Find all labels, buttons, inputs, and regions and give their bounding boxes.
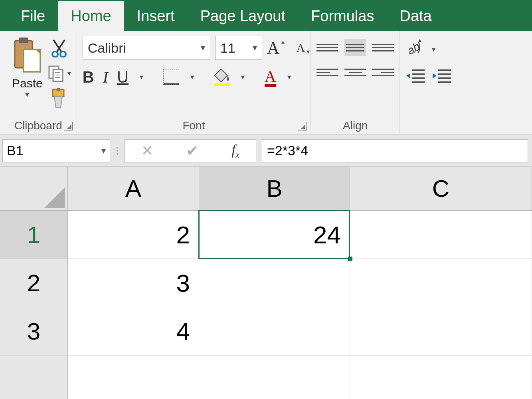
decrease-indent-icon[interactable] [405,68,425,85]
select-all-corner[interactable] [0,167,68,210]
borders-dropdown-icon[interactable]: ▾ [190,73,194,81]
font-color-icon[interactable]: A [265,67,276,87]
align-center-icon[interactable] [344,64,366,81]
cell-B2[interactable] [199,259,350,307]
font-size-dropdown-icon[interactable]: ▾ [253,43,257,53]
cell-C3[interactable] [350,307,532,355]
insert-function-icon[interactable]: fx [231,141,239,160]
fill-handle[interactable] [348,257,352,261]
fill-color-icon[interactable] [214,68,230,86]
row-header-2[interactable]: 2 [0,259,68,307]
column-header-B[interactable]: B [199,167,350,210]
align-right-icon[interactable] [372,64,394,81]
cell-A1[interactable]: 2 [68,211,199,259]
column-header-C[interactable]: C [350,167,532,210]
font-size-combo[interactable]: 11 ▾ [215,36,262,60]
name-box[interactable]: B1 ▾ [2,139,110,162]
ribbon: Paste ▾ ▾ [0,31,532,135]
name-box-value: B1 [7,143,24,158]
font-name-value: Calibri [88,40,126,56]
align-top-icon[interactable] [316,39,338,56]
cell-C2[interactable] [350,259,532,307]
tab-home[interactable]: Home [58,1,124,31]
ribbon-tabs: File Home Insert Page Layout Formulas Da… [0,0,532,31]
svg-rect-1 [19,38,28,43]
enter-formula-icon[interactable]: ✔ [186,142,199,160]
orientation-icon[interactable]: ab [405,39,423,60]
fill-color-dropdown-icon[interactable]: ▾ [241,73,245,81]
underline-button[interactable]: U [117,68,129,86]
formula-bar-row: B1 ▾ ✕ ✔ fx =2*3*4 [0,135,532,167]
tab-file[interactable]: File [8,1,58,31]
formula-bar[interactable]: =2*3*4 [261,139,528,162]
group-label-font: Font [77,119,310,132]
formula-bar-grip [115,147,120,155]
cell-A2[interactable]: 3 [68,259,199,307]
paste-icon[interactable] [12,38,42,76]
paste-dropdown-icon[interactable]: ▾ [25,89,29,99]
svg-point-6 [60,51,66,57]
cell-B1[interactable]: 24 [199,211,350,259]
cell-A4[interactable] [68,356,199,399]
borders-icon[interactable] [163,69,179,85]
paste-label: Paste [12,77,43,90]
orientation-dropdown-icon[interactable]: ▾ [432,45,435,54]
font-name-combo[interactable]: Calibri ▾ [83,36,210,60]
increase-indent-icon[interactable] [432,68,452,85]
align-middle-icon[interactable] [344,39,366,56]
increase-font-size-icon[interactable]: A [267,38,280,58]
italic-button[interactable]: I [103,68,108,87]
row-header-4[interactable] [0,356,68,399]
format-painter-icon[interactable] [49,88,69,112]
cell-B4[interactable] [199,356,350,399]
svg-rect-13 [57,88,60,91]
align-left-icon[interactable] [316,64,338,81]
tab-data[interactable]: Data [387,1,444,31]
clipboard-dialog-launcher-icon[interactable] [64,122,73,130]
row-header-3[interactable]: 3 [0,307,68,355]
font-size-value: 11 [220,40,235,56]
tab-insert[interactable]: Insert [124,1,188,31]
worksheet: A B C 1 2 24 2 3 3 4 [0,167,532,399]
align-bottom-icon[interactable] [372,39,394,56]
cancel-formula-icon[interactable]: ✕ [141,142,153,159]
svg-point-5 [52,51,58,57]
svg-rect-2 [24,49,40,72]
underline-dropdown-icon[interactable]: ▾ [140,73,143,81]
copy-icon[interactable]: ▾ [47,65,71,82]
group-label-alignment: Align [311,119,399,132]
row-header-1[interactable]: 1 [0,211,68,259]
tab-formulas[interactable]: Formulas [298,1,387,31]
bold-button[interactable]: B [83,68,94,86]
column-header-A[interactable]: A [68,167,199,210]
decrease-font-size-icon[interactable]: A [297,41,305,55]
cut-icon[interactable] [49,38,69,59]
cell-B3[interactable] [199,307,350,355]
font-color-dropdown-icon[interactable]: ▾ [287,73,291,81]
font-dialog-launcher-icon[interactable] [298,122,307,130]
cell-A3[interactable]: 4 [68,307,199,355]
font-name-dropdown-icon[interactable]: ▾ [201,43,205,53]
name-box-dropdown-icon[interactable]: ▾ [101,146,106,156]
tab-page-layout[interactable]: Page Layout [188,1,298,31]
copy-dropdown-icon[interactable]: ▾ [67,69,71,78]
formula-bar-value: =2*3*4 [267,143,308,158]
svg-marker-24 [433,73,437,78]
svg-marker-19 [406,73,410,78]
cell-C4[interactable] [350,356,532,399]
cell-C1[interactable] [350,211,532,259]
